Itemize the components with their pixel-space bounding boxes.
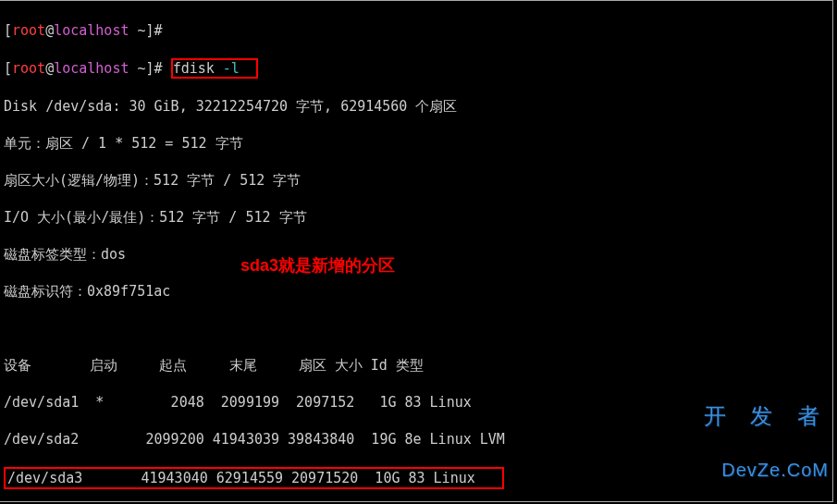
disk-sda-id: 磁盘标识符：0x89f751ac [4,282,829,301]
disk-sda-unit: 单元：扇区 / 1 * 512 = 512 字节 [4,134,829,153]
fdisk-command: fdisk [173,60,223,77]
prompt-user: root [12,60,45,77]
bracket: ] [146,60,154,77]
disk-sda-info: Disk /dev/sda: 30 GiB, 32212254720 字节, 6… [4,97,829,116]
prompt-hash: # [154,60,171,77]
bracket: [ [4,22,12,39]
disk-sda-sector: 扇区大小(逻辑/物理)：512 字节 / 512 字节 [4,171,829,190]
prompt-user: root [12,22,45,39]
prompt-path: ~ [129,22,145,39]
new-partition-highlight: /dev/sda3 41943040 62914559 20971520 10G… [4,467,504,489]
disk-sda-io: I/O 大小(最小/最佳)：512 字节 / 512 字节 [4,208,829,227]
partition-row-sda2: /dev/sda2 2099200 41943039 39843840 19G … [4,430,829,449]
partition-row-sda3: /dev/sda3 41943040 62914559 20971520 10G… [7,470,475,486]
annotation-text: sda3就是新增的分区 [240,256,395,275]
bracket: ] [146,22,154,39]
blank-line [4,319,829,338]
terminal-window[interactable]: [root@localhost ~]# [root@localhost ~]# … [0,0,833,502]
at-sign: @ [45,60,54,77]
prompt-path: ~ [129,60,145,77]
at-sign: @ [45,22,54,39]
disk-sda-label: 磁盘标签类型：dos [4,245,829,264]
command-highlight-box: fdisk -l [171,58,258,79]
partition-row-sda3-box: /dev/sda3 41943040 62914559 20971520 10G… [4,467,829,489]
partition-header: 设备 启动 起点 末尾 扇区 大小 Id 类型 [4,356,829,375]
bracket: [ [4,60,12,77]
prompt-hash: # [154,22,171,39]
prompt-line-1: [root@localhost ~]# [4,21,829,40]
partition-row-sda1: /dev/sda1 * 2048 2099199 2097152 1G 83 L… [4,393,829,412]
prompt-host: localhost [54,60,129,77]
prompt-line-2: [root@localhost ~]# fdisk -l [4,58,829,79]
fdisk-flag: -l [223,60,240,77]
prompt-host: localhost [54,22,129,39]
